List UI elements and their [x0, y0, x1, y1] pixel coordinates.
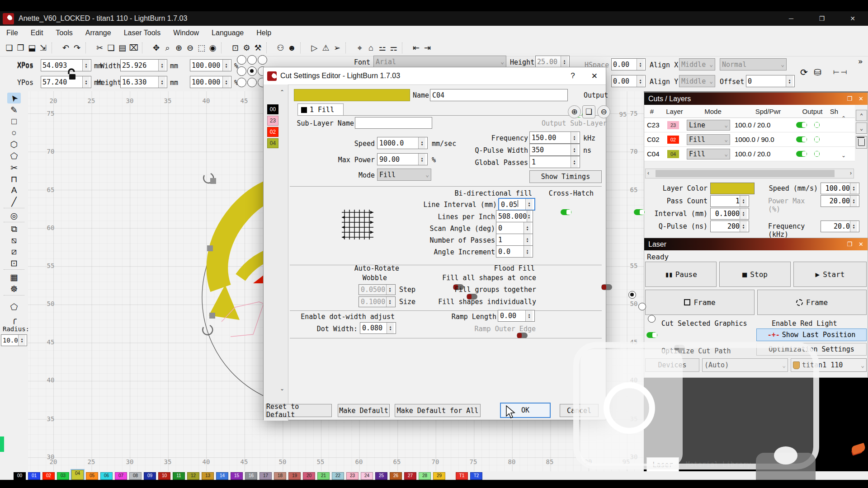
show-toggle[interactable]	[814, 151, 820, 157]
undo-icon[interactable]: ↶	[60, 42, 71, 54]
layer-name-input[interactable]: C04	[430, 89, 568, 101]
layer-down-button[interactable]: ⌄	[856, 122, 867, 134]
fill-shapes-radio[interactable]	[648, 315, 656, 323]
offset-tool[interactable]: ◎	[7, 210, 21, 221]
mode-select[interactable]: Fill	[377, 169, 431, 181]
ramp-length-spinner[interactable]	[525, 310, 533, 321]
height-spinner[interactable]	[158, 76, 165, 88]
paste-icon[interactable]: ▤	[117, 42, 128, 54]
save-file-icon[interactable]: ⬓	[26, 42, 38, 54]
layer-color-preview[interactable]	[294, 89, 410, 101]
palette-chip-17[interactable]: 17	[259, 472, 272, 480]
palette-chip-19[interactable]: 19	[288, 472, 301, 480]
pause-button[interactable]: ▮▮ Pause	[645, 262, 717, 287]
home-icon[interactable]: ⌂	[365, 42, 377, 54]
device-settings-icon[interactable]: ⚙	[241, 42, 252, 54]
menu-help[interactable]: Help	[250, 26, 278, 40]
power-max-spinner[interactable]	[850, 196, 857, 206]
copy-icon[interactable]: ❑	[105, 42, 117, 54]
qpulse-width-spinner[interactable]	[571, 144, 578, 155]
reset-to-default-button[interactable]: Reset to Default	[266, 404, 332, 417]
edit-nodes-tool[interactable]: ⊓	[7, 174, 21, 184]
ellipse-tool[interactable]: ○	[7, 127, 21, 138]
delete-layer-button[interactable]	[856, 136, 867, 149]
weld-tool[interactable]: ⧉	[7, 224, 21, 235]
make-default-button[interactable]: Make Default	[338, 404, 390, 417]
scan-angle-input[interactable]: 0	[496, 222, 533, 234]
cuts-layers-header[interactable]: Cuts / Layers ❐✕	[644, 93, 868, 105]
hspace-spinner[interactable]	[637, 59, 644, 70]
frame-circle-button[interactable]: Frame	[757, 290, 867, 315]
strip-scroll-down[interactable]: ⌄	[280, 385, 284, 392]
text-tool[interactable]: A	[7, 185, 21, 196]
selection-handle[interactable]	[207, 245, 213, 251]
h-scrollbar[interactable]: ‹ ›	[645, 169, 854, 178]
palette-chip-15[interactable]: 15	[231, 472, 243, 480]
palette-chip-13[interactable]: 13	[202, 472, 214, 480]
palette-chip-06[interactable]: 06	[100, 472, 113, 480]
mode-select[interactable]: Fill	[687, 134, 730, 145]
hspace-input[interactable]: 0.00	[611, 58, 646, 70]
boolean-difference-tool[interactable]: ⊡	[7, 258, 21, 268]
height-percent-input[interactable]: 100.000	[190, 76, 231, 88]
polygon-tool[interactable]: ⬡	[7, 139, 21, 150]
mode-select[interactable]: Fill	[687, 149, 730, 160]
layer-color-swatch[interactable]	[710, 183, 755, 194]
dot-width-input[interactable]: 0.080	[360, 322, 396, 334]
layer-row-C02[interactable]: C0202Fill1000.0 / 90.0	[644, 132, 855, 147]
strip-scroll-up[interactable]: ⌃	[280, 89, 284, 95]
radius-spinner[interactable]	[18, 335, 25, 346]
max-power-input[interactable]: 90.00	[377, 153, 428, 165]
height-percent-spinner[interactable]	[222, 76, 230, 88]
h-scroll-thumb[interactable]	[656, 170, 835, 177]
frame-square-button[interactable]: Frame	[645, 290, 755, 315]
dialog-help-button[interactable]: ?	[571, 71, 575, 80]
select-tool[interactable]: ➤	[7, 93, 21, 103]
font-height-spinner[interactable]	[561, 56, 568, 67]
align-x-select[interactable]: Middle	[679, 58, 715, 70]
add-sublayer-button[interactable]: ⊕	[568, 105, 581, 118]
line-interval-input[interactable]: 0.05	[498, 198, 535, 211]
ramp-length-input[interactable]: 0.00	[498, 310, 535, 322]
copy-along-path-tool[interactable]: ⬠	[7, 301, 21, 312]
palette-chip-10[interactable]: 10	[158, 472, 170, 480]
show-last-position-button[interactable]: -+- Show Last Position	[756, 328, 867, 341]
layer-row-C23[interactable]: C2323Line100.0 / 20.0	[644, 118, 855, 132]
palette-chip-12[interactable]: 12	[187, 472, 199, 480]
palette-chip-T1[interactable]: T1	[456, 472, 468, 480]
menu-edit[interactable]: Edit	[24, 26, 50, 40]
dot-width-spinner[interactable]	[387, 323, 394, 333]
line-interval-spinner[interactable]	[525, 199, 533, 210]
table-scroll-down[interactable]: ⌄	[841, 152, 846, 159]
layer-up-button[interactable]: ⌃	[856, 110, 867, 121]
origin-dot-3[interactable]	[237, 66, 246, 76]
palette-chip-T2[interactable]: T2	[470, 472, 482, 480]
remove-sublayer-button[interactable]: ⊖	[597, 105, 610, 118]
global-passes-input[interactable]: 1	[529, 156, 580, 168]
menu-laser-tools[interactable]: Laser Tools	[118, 26, 167, 40]
width-spinner[interactable]	[158, 60, 165, 71]
park-icon[interactable]: ⚍	[377, 42, 388, 54]
scroll-right-icon[interactable]: ›	[850, 170, 852, 176]
crosshatch-toggle[interactable]	[634, 209, 645, 215]
wobble-step-spinner[interactable]	[386, 285, 393, 295]
palette-chip-00[interactable]: 00	[14, 472, 26, 480]
delete-icon[interactable]: ⌧	[128, 42, 139, 54]
palette-chip-26[interactable]: 26	[390, 472, 402, 480]
pass-count-spinner[interactable]	[740, 196, 747, 206]
radius-tool[interactable]: ╭	[7, 314, 21, 324]
number-of-passes-input[interactable]: 1	[496, 234, 533, 246]
start-icon[interactable]: ▷	[309, 42, 320, 54]
palette-chip-21[interactable]: 21	[317, 472, 330, 480]
layer-color-chip[interactable]: 23	[667, 121, 679, 129]
dialog-titlebar[interactable]: Cut Settings Editor - LightBurn 1.7.03 ?…	[264, 67, 606, 85]
bidirectional-toggle[interactable]	[561, 209, 571, 215]
zoom-page-icon[interactable]: ⌕	[162, 42, 173, 54]
show-toggle[interactable]	[814, 122, 820, 128]
palette-chip-03[interactable]: 03	[57, 472, 69, 480]
frame-selection-icon[interactable]: ⬚	[196, 42, 207, 54]
qpulse-input[interactable]: 200	[710, 221, 749, 232]
num-passes-spinner[interactable]	[524, 234, 531, 245]
interval-input[interactable]: 0.1000	[710, 208, 749, 220]
toolbar-overflow-chevron[interactable]: »	[858, 57, 863, 66]
